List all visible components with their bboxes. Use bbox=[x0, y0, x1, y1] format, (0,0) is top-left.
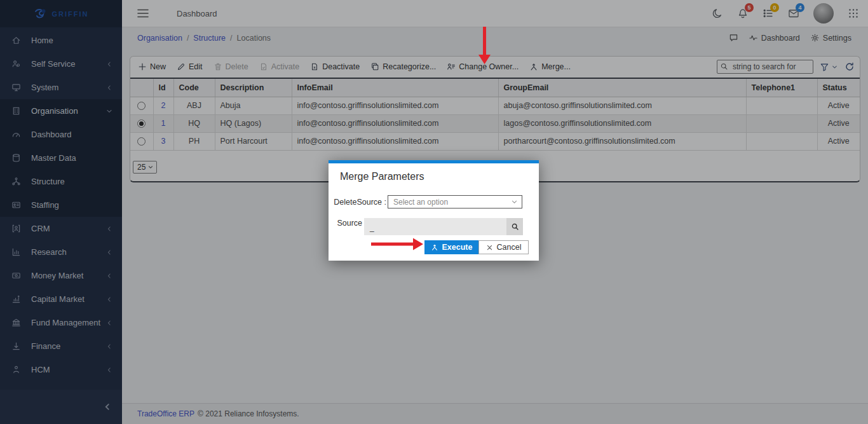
chevron-down-icon bbox=[511, 198, 518, 205]
annotation-arrow-merge bbox=[473, 27, 496, 65]
merge-icon bbox=[431, 243, 438, 251]
delete-source-label: DeleteSource : bbox=[329, 196, 386, 209]
source-label: Source bbox=[329, 218, 362, 228]
delete-source-select[interactable]: Select an option bbox=[388, 195, 522, 209]
close-x-icon bbox=[486, 244, 493, 251]
search-icon bbox=[511, 222, 519, 231]
annotation-arrow-execute bbox=[371, 236, 424, 252]
merge-parameters-dialog: Merge Parameters DeleteSource : Select a… bbox=[329, 160, 539, 261]
source-field[interactable]: _ bbox=[364, 218, 506, 235]
source-lookup-button[interactable] bbox=[506, 218, 523, 235]
cancel-button[interactable]: Cancel bbox=[478, 240, 529, 254]
execute-button[interactable]: Execute bbox=[424, 240, 478, 254]
dialog-title: Merge Parameters bbox=[340, 171, 424, 182]
app-screen: GRIFFIN Home Self Service System Organis… bbox=[0, 0, 868, 424]
